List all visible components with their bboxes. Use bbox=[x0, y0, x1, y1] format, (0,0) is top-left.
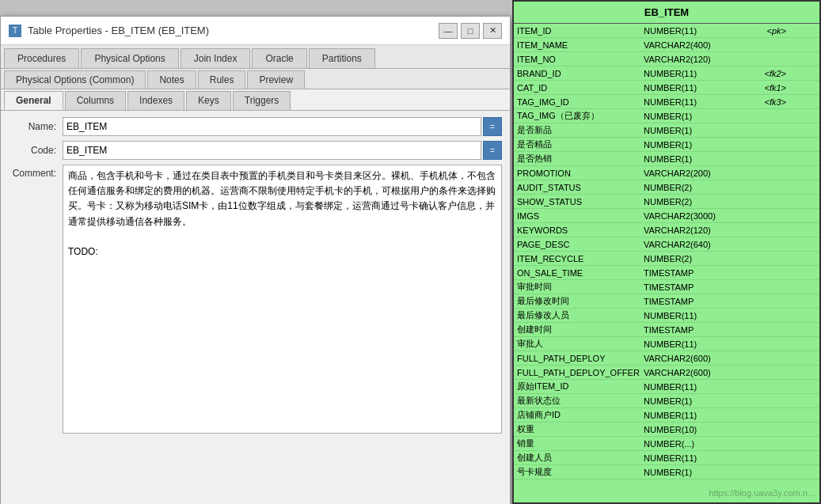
table-row: KEYWORDSVARCHAR2(120) bbox=[514, 223, 819, 237]
subtab-notes[interactable]: Notes bbox=[147, 70, 196, 89]
col-field-type: TIMESTAMP bbox=[644, 297, 747, 306]
table-row: ON_SALE_TIMETIMESTAMP bbox=[514, 266, 819, 280]
col-field-type: NUMBER(1) bbox=[644, 396, 747, 406]
tab-join-index[interactable]: Join Index bbox=[181, 48, 251, 68]
tab-oracle[interactable]: Oracle bbox=[252, 48, 306, 68]
comment-textarea[interactable]: 商品，包含手机和号卡，通过在类目表中预置的手机类目和号卡类目来区分。裸机、手机机… bbox=[63, 165, 502, 434]
table-row: 审批人NUMBER(11) bbox=[514, 337, 819, 351]
maximize-button[interactable]: □ bbox=[461, 23, 480, 39]
col-field-name: 创建人员 bbox=[517, 452, 644, 464]
col-field-type: NUMBER(1) bbox=[644, 154, 747, 164]
desktop: T Table Properties - EB_ITEM (EB_ITEM) —… bbox=[0, 0, 821, 504]
col-field-type: NUMBER(11) bbox=[644, 311, 747, 320]
table-row: TAG_IMG_IDNUMBER(11)<fk3> bbox=[514, 95, 819, 109]
col-field-name: TAG_IMG_ID bbox=[517, 97, 644, 107]
name-button[interactable]: = bbox=[483, 117, 502, 136]
tabs-row-3: General Columns Indexes Keys Triggers bbox=[1, 89, 510, 111]
table-row: PROMOTIONVARCHAR2(200) bbox=[514, 166, 819, 180]
col-field-name: ITEM_NO bbox=[517, 55, 644, 64]
col-field-type: NUMBER(2) bbox=[644, 254, 747, 263]
code-label: Code: bbox=[9, 145, 56, 156]
col-field-name: 最后修改时间 bbox=[517, 295, 644, 307]
subtab-indexes[interactable]: Indexes bbox=[127, 91, 184, 110]
dialog-controls: — □ ✕ bbox=[439, 23, 502, 39]
table-row: 是否新品NUMBER(1) bbox=[514, 123, 819, 138]
col-field-name: 是否热销 bbox=[517, 153, 644, 165]
col-field-name: CAT_ID bbox=[517, 83, 644, 93]
col-field-name: KEYWORDS bbox=[517, 225, 644, 235]
code-button[interactable]: = bbox=[483, 141, 502, 160]
name-label: Name: bbox=[9, 121, 56, 132]
col-field-name: 审批人 bbox=[517, 338, 644, 350]
comment-label: Comment: bbox=[9, 165, 56, 434]
subtab-columns[interactable]: Columns bbox=[65, 91, 126, 110]
minimize-button[interactable]: — bbox=[439, 23, 458, 39]
tabs-row-1: Procedures Physical Options Join Index O… bbox=[1, 45, 510, 69]
col-field-name: 权重 bbox=[517, 423, 644, 435]
col-field-type: VARCHAR2(600) bbox=[644, 354, 747, 363]
col-field-name: ON_SALE_TIME bbox=[517, 268, 644, 278]
col-field-type: NUMBER(1) bbox=[644, 112, 747, 121]
col-field-type: NUMBER(11) bbox=[644, 382, 747, 392]
col-field-type: VARCHAR2(3000) bbox=[644, 211, 747, 221]
subtab-physical-options-common[interactable]: Physical Options (Common) bbox=[4, 70, 146, 89]
tab-partitions[interactable]: Partitions bbox=[309, 48, 375, 68]
col-field-constraint: <fk3> bbox=[747, 97, 786, 107]
table-row: 创建人员NUMBER(11) bbox=[514, 451, 819, 465]
col-field-type: NUMBER(2) bbox=[644, 197, 747, 207]
code-input[interactable] bbox=[63, 141, 481, 160]
col-field-type: NUMBER(11) bbox=[644, 339, 747, 349]
table-row: 最后修改人员NUMBER(11) bbox=[514, 309, 819, 323]
table-row: ITEM_IDNUMBER(11)<pk> bbox=[514, 24, 819, 38]
table-row: SHOW_STATUSNUMBER(2) bbox=[514, 195, 819, 209]
col-field-name: 原始ITEM_ID bbox=[517, 381, 644, 392]
dialog-titlebar: T Table Properties - EB_ITEM (EB_ITEM) —… bbox=[1, 17, 510, 45]
col-field-type: NUMBER(10) bbox=[644, 425, 747, 434]
subtab-general[interactable]: General bbox=[4, 91, 63, 110]
col-field-name: PAGE_DESC bbox=[517, 240, 644, 249]
col-field-name: 店铺商户ID bbox=[517, 409, 644, 421]
table-row: ITEM_NAMEVARCHAR2(400) bbox=[514, 38, 819, 52]
col-field-type: NUMBER(11) bbox=[644, 453, 747, 463]
col-field-type: NUMBER(11) bbox=[644, 69, 747, 78]
subtab-preview[interactable]: Preview bbox=[247, 70, 305, 89]
col-field-type: NUMBER(2) bbox=[644, 183, 747, 192]
tab-procedures[interactable]: Procedures bbox=[4, 48, 79, 68]
table-row: TAG_IMG（已废弃）NUMBER(1) bbox=[514, 109, 819, 123]
table-row: CAT_IDNUMBER(11)<fk1> bbox=[514, 81, 819, 95]
table-row: ITEM_RECYCLENUMBER(2) bbox=[514, 252, 819, 266]
col-field-type: NUMBER(11) bbox=[644, 411, 747, 420]
subtab-keys[interactable]: Keys bbox=[186, 91, 231, 110]
col-field-type: TIMESTAMP bbox=[644, 325, 747, 335]
table-row: PAGE_DESCVARCHAR2(640) bbox=[514, 237, 819, 252]
col-field-type: TIMESTAMP bbox=[644, 282, 747, 292]
table-rows-container: ITEM_IDNUMBER(11)<pk>ITEM_NAMEVARCHAR2(4… bbox=[514, 24, 819, 479]
col-field-type: NUMBER(1) bbox=[644, 126, 747, 135]
subtab-rules[interactable]: Rules bbox=[198, 70, 246, 89]
subtab-triggers[interactable]: Triggers bbox=[233, 91, 291, 110]
tabs-row-2: Physical Options (Common) Notes Rules Pr… bbox=[1, 69, 510, 89]
table-row: 销量NUMBER(...) bbox=[514, 437, 819, 451]
col-field-constraint: <pk> bbox=[747, 26, 786, 36]
col-field-name: BRAND_ID bbox=[517, 69, 644, 78]
table-row: AUDIT_STATUSNUMBER(2) bbox=[514, 180, 819, 195]
dialog-content: Name: = Code: = Comment: 商品，包含手机和号卡，通过在类… bbox=[1, 111, 510, 445]
col-field-type: NUMBER(11) bbox=[644, 83, 747, 93]
close-button[interactable]: ✕ bbox=[483, 23, 502, 39]
name-input[interactable] bbox=[63, 117, 481, 136]
col-field-name: SHOW_STATUS bbox=[517, 197, 644, 207]
table-row: BRAND_IDNUMBER(11)<fk2> bbox=[514, 66, 819, 81]
col-field-name: ITEM_RECYCLE bbox=[517, 254, 644, 263]
col-field-name: 创建时间 bbox=[517, 324, 644, 335]
col-field-type: NUMBER(1) bbox=[644, 140, 747, 150]
col-field-name: ITEM_ID bbox=[517, 26, 644, 36]
tab-physical-options[interactable]: Physical Options bbox=[81, 48, 178, 68]
col-field-name: 是否新品 bbox=[517, 124, 644, 136]
name-row: Name: = bbox=[9, 117, 502, 136]
col-field-name: AUDIT_STATUS bbox=[517, 183, 644, 192]
table-row: 创建时间TIMESTAMP bbox=[514, 323, 819, 337]
col-field-name: 最新状态位 bbox=[517, 395, 644, 407]
table-row: 是否热销NUMBER(1) bbox=[514, 152, 819, 166]
table-row: 是否精品NUMBER(1) bbox=[514, 138, 819, 152]
code-row: Code: = bbox=[9, 141, 502, 160]
